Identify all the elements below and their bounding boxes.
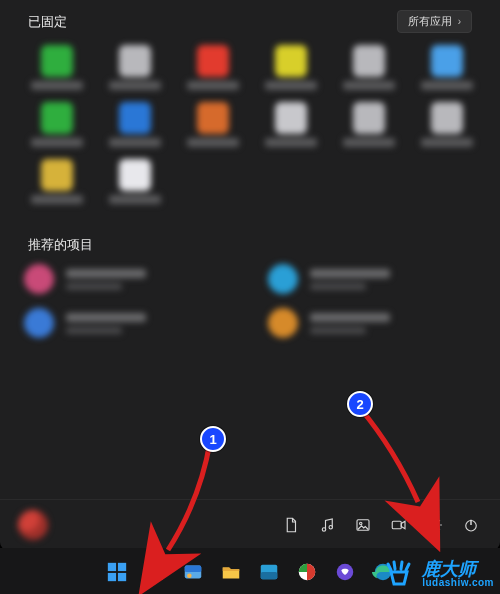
pinned-app-4[interactable] [330, 41, 408, 94]
svg-point-1 [329, 526, 332, 529]
pinned-app-0[interactable] [18, 41, 96, 94]
watermark-url: ludashiw.com [422, 578, 494, 588]
recommended-item-0[interactable] [24, 264, 232, 294]
recommended-item-2[interactable] [24, 308, 232, 338]
svg-point-14 [187, 573, 192, 578]
pinned-app-2[interactable] [174, 41, 252, 94]
pinned-app-10[interactable] [330, 98, 408, 151]
pinned-app-12[interactable] [18, 155, 96, 208]
pinned-title: 已固定 [28, 13, 67, 31]
svg-point-11 [147, 564, 159, 576]
file-explorer-button[interactable] [217, 558, 245, 586]
svg-rect-7 [108, 563, 116, 571]
start-menu: 已固定 所有应用 › 推荐的项目 [0, 0, 500, 550]
app-button-1[interactable] [255, 558, 283, 586]
pinned-app-8[interactable] [174, 98, 252, 151]
recommended-header: 推荐的项目 [0, 208, 500, 260]
watermark-text: 鹿大师 [422, 560, 494, 578]
pinned-header: 已固定 所有应用 › [0, 0, 500, 39]
start-button[interactable] [103, 558, 131, 586]
start-bottom-bar [0, 499, 500, 550]
pinned-app-3[interactable] [252, 41, 330, 94]
app-button-3[interactable] [331, 558, 359, 586]
pinned-app-7[interactable] [96, 98, 174, 151]
pinned-app-6[interactable] [18, 98, 96, 151]
chevron-right-icon: › [458, 16, 461, 27]
svg-point-0 [322, 528, 325, 531]
app-button-2[interactable] [293, 558, 321, 586]
video-icon[interactable] [390, 516, 408, 534]
deer-icon [382, 560, 416, 588]
settings-icon[interactable] [426, 516, 444, 534]
recommended-list [0, 260, 500, 338]
callout-1: 1 [200, 426, 226, 452]
pinned-app-1[interactable] [96, 41, 174, 94]
pinned-app-11[interactable] [408, 98, 486, 151]
callout-2: 2 [347, 391, 373, 417]
user-avatar[interactable] [18, 510, 48, 540]
pinned-grid [0, 39, 500, 208]
taskview-button[interactable] [179, 558, 207, 586]
svg-rect-4 [392, 521, 401, 529]
music-icon[interactable] [318, 516, 336, 534]
svg-point-5 [433, 523, 438, 528]
pinned-app-5[interactable] [408, 41, 486, 94]
pinned-app-13[interactable] [96, 155, 174, 208]
svg-rect-13 [185, 566, 202, 572]
all-apps-button[interactable]: 所有应用 › [397, 10, 472, 33]
svg-point-3 [360, 522, 362, 524]
watermark: 鹿大师 ludashiw.com [382, 560, 494, 588]
power-icon[interactable] [462, 516, 480, 534]
recommended-title: 推荐的项目 [28, 236, 93, 254]
all-apps-label: 所有应用 [408, 14, 452, 29]
document-icon[interactable] [282, 516, 300, 534]
recommended-item-3[interactable] [268, 308, 476, 338]
search-button[interactable] [141, 558, 169, 586]
power-row [282, 516, 480, 534]
svg-rect-10 [118, 573, 126, 581]
svg-rect-8 [118, 563, 126, 571]
pinned-app-9[interactable] [252, 98, 330, 151]
svg-rect-9 [108, 573, 116, 581]
svg-rect-16 [261, 572, 278, 579]
recommended-item-1[interactable] [268, 264, 476, 294]
photos-icon[interactable] [354, 516, 372, 534]
